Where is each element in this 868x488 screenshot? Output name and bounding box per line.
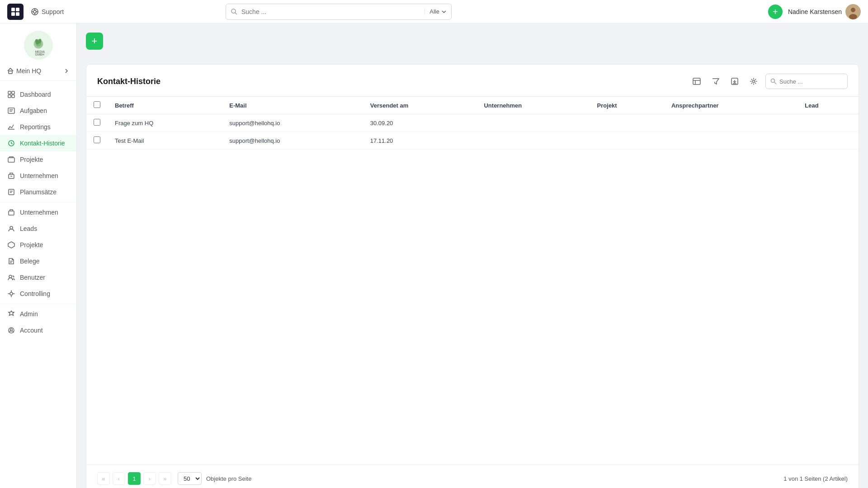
sidebar-label-projekte2: Projekte	[20, 241, 43, 249]
sidebar-item-controlling[interactable]: Controlling	[0, 286, 76, 302]
sidebar-label-planumsatze: Planumsätze	[20, 188, 57, 196]
search-icon	[231, 8, 238, 15]
row-checkbox-cell-0[interactable]	[86, 114, 108, 132]
sidebar-label-unternehmen: Unternehmen	[20, 172, 58, 179]
col-email: E-Mail	[222, 97, 363, 114]
row-checkbox-cell-1[interactable]	[86, 132, 108, 150]
sidebar-item-projekte2[interactable]: Projekte	[0, 237, 76, 253]
sidebar-item-leads[interactable]: Leads	[0, 221, 76, 237]
content-header: Kontakt-Historie	[86, 65, 859, 97]
col-betreff: Betreff	[108, 97, 222, 114]
cell-unternehmen-1	[476, 132, 590, 150]
grid-icon	[7, 90, 15, 99]
sidebar-label-belege: Belege	[20, 258, 40, 265]
settings-icon[interactable]	[746, 74, 761, 89]
page-last-btn[interactable]: »	[159, 472, 171, 485]
cell-email-0: support@hellohq.io	[222, 114, 363, 132]
topbar-add-button[interactable]: +	[768, 5, 783, 19]
table-search[interactable]	[765, 74, 848, 89]
per-page-dropdown[interactable]: 50 25 10	[178, 472, 202, 485]
sidebar-item-belege[interactable]: Belege	[0, 253, 76, 269]
support-link[interactable]: Support	[31, 8, 64, 16]
company-icon	[7, 172, 15, 180]
tasks-icon	[7, 107, 15, 115]
sidebar-mein-hq[interactable]: Mein HQ	[0, 63, 76, 79]
controlling-icon	[7, 290, 15, 298]
svg-point-14	[849, 14, 857, 19]
row-checkbox-0[interactable]	[94, 119, 100, 126]
select-all-checkbox[interactable]	[94, 101, 100, 108]
cell-versendet-1: 17.11.20	[363, 132, 477, 150]
chevron-down-icon	[441, 9, 447, 14]
sidebar-item-aufgaben[interactable]: Aufgaben	[0, 103, 76, 119]
svg-rect-3	[16, 12, 19, 16]
cell-versendet-0: 30.09.20	[363, 114, 477, 132]
cell-ansprechpartner-1	[664, 132, 797, 150]
svg-point-39	[10, 226, 13, 229]
chevron-right-icon	[64, 68, 69, 74]
cell-email-1: support@hellohq.io	[222, 132, 363, 150]
per-page-label: Objekte pro Seite	[206, 475, 251, 482]
topbar-right: + Nadine Karstensen	[768, 4, 861, 19]
row-checkbox-1[interactable]	[94, 136, 100, 143]
sidebar-item-kontakt-historie[interactable]: Kontakt-Historie	[0, 135, 76, 151]
sidebar-item-projekte[interactable]: Projekte	[0, 151, 76, 168]
sidebar-item-dashboard[interactable]: Dashboard	[0, 86, 76, 103]
projects2-icon	[7, 241, 15, 249]
sidebar-item-unternehmen[interactable]: Unternehmen	[0, 168, 76, 184]
sidebar-item-benutzer[interactable]: Benutzer	[0, 269, 76, 286]
select-all-header[interactable]	[86, 97, 108, 114]
sidebar-item-account[interactable]: Account	[0, 322, 76, 338]
svg-rect-35	[9, 189, 14, 195]
belege-icon	[7, 257, 15, 265]
per-page-select[interactable]: 50 25 10 Objekte pro Seite	[178, 472, 251, 485]
svg-point-44	[10, 292, 13, 295]
page-prev-btn[interactable]: ‹	[113, 472, 125, 485]
sidebar-label-admin: Admin	[20, 310, 38, 318]
sidebar-separator-2	[0, 202, 76, 202]
layout: MEDIA GMBH Mein HQ	[0, 23, 868, 488]
sidebar-nav: Dashboard Aufgaben	[0, 83, 76, 342]
table-search-input[interactable]	[779, 78, 843, 85]
sidebar-label-account: Account	[20, 327, 43, 334]
page-next-btn[interactable]: ›	[143, 472, 156, 485]
svg-point-53	[753, 80, 755, 83]
svg-rect-32	[8, 158, 14, 162]
cell-lead-1	[797, 132, 859, 150]
content-add-button[interactable]: +	[86, 33, 103, 50]
col-projekt: Projekt	[590, 97, 664, 114]
app-logo	[7, 4, 24, 20]
sidebar-item-admin[interactable]: Admin	[0, 306, 76, 322]
svg-rect-22	[9, 71, 12, 74]
sidebar-item-planumsatze[interactable]: Planumsätze	[0, 184, 76, 200]
user-name: Nadine Karstensen	[788, 8, 842, 15]
search-filter-btn[interactable]: Alle	[425, 8, 447, 15]
cell-ansprechpartner-0	[664, 114, 797, 132]
sidebar-label-projekte: Projekte	[20, 156, 43, 163]
sidebar-label-aufgaben: Aufgaben	[20, 107, 47, 114]
cell-projekt-1	[590, 132, 664, 150]
table-body: Frage zum HQ support@hellohq.io 30.09.20…	[86, 114, 859, 150]
search-filter-label: Alle	[429, 8, 439, 15]
global-search-input[interactable]	[241, 8, 421, 15]
export-icon[interactable]	[727, 74, 742, 89]
global-search[interactable]: Alle	[226, 4, 452, 20]
plan-icon	[7, 188, 15, 196]
history-icon	[7, 139, 15, 147]
mein-hq-label: Mein HQ	[16, 67, 41, 75]
page-1-btn[interactable]: 1	[128, 472, 141, 485]
filter-icon[interactable]	[708, 74, 723, 89]
sidebar-item-reportings[interactable]: Reportings	[0, 119, 76, 135]
sidebar-separator	[0, 80, 76, 81]
sidebar-item-unternehmen2[interactable]: Unternehmen	[0, 204, 76, 221]
topbar: Support Alle + Nadine Karstensen	[0, 0, 868, 23]
table-container: Betreff E-Mail Versendet am Unternehmen …	[86, 97, 859, 465]
projects-icon	[7, 155, 15, 164]
view-toggle-icon[interactable]	[689, 74, 704, 89]
table-row: Frage zum HQ support@hellohq.io 30.09.20	[86, 114, 859, 132]
benutzer-icon	[7, 273, 15, 282]
col-versendet: Versendet am	[363, 97, 477, 114]
col-unternehmen: Unternehmen	[476, 97, 590, 114]
page-first-btn[interactable]: «	[97, 472, 110, 485]
svg-rect-25	[8, 95, 11, 98]
